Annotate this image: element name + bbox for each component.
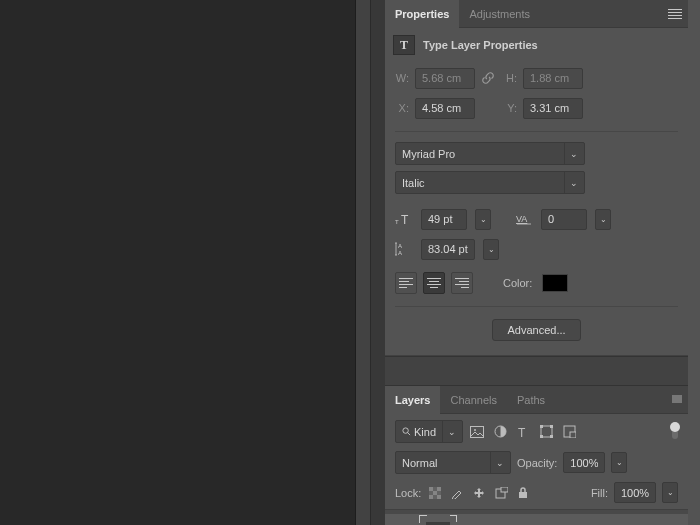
fill-field[interactable] [614,482,656,503]
y-field[interactable] [523,98,583,119]
layers-list: T Beebom [385,510,688,525]
svg-rect-16 [570,432,576,438]
layers-panel: Layers Channels Paths Kind ⌄ T Normal ⌄ … [385,386,688,525]
tracking-icon: VA [515,210,533,228]
svg-text:A: A [398,250,402,256]
filter-shape-icon[interactable] [537,423,555,441]
color-label: Color: [503,277,532,289]
font-size-icon: TT [395,210,413,228]
layer-thumbnail-frame: T [419,515,457,525]
properties-panel: Properties Adjustments T Type Layer Prop… [385,0,688,356]
svg-text:T: T [401,213,409,226]
filter-kind-value: Kind [414,426,436,438]
tab-adjustments[interactable]: Adjustments [459,0,540,28]
svg-rect-22 [437,495,441,499]
chevron-down-icon: ⌄ [490,452,504,473]
opacity-label: Opacity: [517,457,557,469]
font-style-value: Italic [402,177,425,189]
lock-label: Lock: [395,487,421,499]
panel-menu-icon[interactable] [672,395,682,403]
panel-gutter [371,0,385,525]
layer-item[interactable]: T Beebom [385,514,688,525]
svg-text:A: A [398,243,402,249]
type-layer-header: T Type Layer Properties [385,28,688,57]
lock-pixels-icon[interactable] [449,485,465,501]
canvas-area[interactable] [0,0,355,525]
layer-filter-row: Kind ⌄ T [385,414,688,449]
leading-field[interactable] [421,239,475,260]
chevron-down-icon: ⌄ [564,172,578,193]
leading-stepper[interactable]: ⌄ [483,239,499,260]
lock-all-icon[interactable] [515,485,531,501]
filter-toggle[interactable] [672,425,678,439]
filter-kind-select[interactable]: Kind ⌄ [395,420,463,443]
svg-text:T: T [518,426,526,438]
width-label: W: [395,72,409,84]
panel-menu-icon[interactable] [668,9,682,19]
svg-rect-18 [429,487,433,491]
tab-layers[interactable]: Layers [385,386,440,414]
blend-mode-value: Normal [402,457,437,469]
chevron-down-icon: ⌄ [564,143,578,164]
lock-artboard-icon[interactable] [493,485,509,501]
svg-rect-14 [550,435,553,438]
tab-properties[interactable]: Properties [385,0,459,28]
svg-rect-21 [429,495,433,499]
height-label: H: [503,72,517,84]
blend-row: Normal ⌄ Opacity: ⌄ [385,449,688,478]
align-right-button[interactable] [451,272,473,294]
font-family-select[interactable]: Myriad Pro ⌄ [395,142,585,165]
type-icon: T [393,35,415,55]
width-field[interactable] [415,68,475,89]
opacity-field[interactable] [563,452,605,473]
panel-gap [385,356,688,386]
lock-position-icon[interactable] [471,485,487,501]
link-wh-icon[interactable] [481,71,497,85]
blend-mode-select[interactable]: Normal ⌄ [395,451,511,474]
svg-rect-25 [519,492,527,498]
filter-adjustment-icon[interactable] [491,423,509,441]
tab-paths[interactable]: Paths [507,386,555,414]
align-center-button[interactable] [423,272,445,294]
fill-label: Fill: [591,487,608,499]
fill-stepper[interactable]: ⌄ [662,482,678,503]
svg-rect-12 [550,425,553,428]
position-row: X: Y: [395,93,678,123]
filter-type-icon[interactable]: T [514,423,532,441]
filter-smartobject-icon[interactable] [560,423,578,441]
tracking-stepper[interactable]: ⌄ [595,209,611,230]
vertical-scrollbar[interactable] [356,0,371,525]
layers-tab-bar: Layers Channels Paths [385,386,688,414]
type-layer-title: Type Layer Properties [423,39,538,51]
svg-rect-19 [437,487,441,491]
svg-rect-24 [501,487,508,492]
y-label: Y: [503,102,517,114]
svg-text:VA: VA [516,214,527,224]
text-align-group [395,272,473,294]
tracking-field[interactable] [541,209,587,230]
height-field[interactable] [523,68,583,89]
svg-point-7 [474,429,476,431]
svg-text:T: T [395,219,399,225]
font-size-field[interactable] [421,209,467,230]
svg-rect-6 [471,426,484,437]
x-label: X: [395,102,409,114]
font-size-stepper[interactable]: ⌄ [475,209,491,230]
opacity-stepper[interactable]: ⌄ [611,452,627,473]
tab-channels[interactable]: Channels [440,386,506,414]
x-field[interactable] [415,98,475,119]
properties-tab-bar: Properties Adjustments [385,0,688,28]
size-row: W: H: [395,63,678,93]
leading-icon: AA [395,240,413,258]
font-style-select[interactable]: Italic ⌄ [395,171,585,194]
lock-transparency-icon[interactable] [427,485,443,501]
svg-rect-11 [540,425,543,428]
text-color-swatch[interactable] [542,274,568,292]
svg-rect-13 [540,435,543,438]
right-edge [688,0,700,525]
filter-pixel-icon[interactable] [468,423,486,441]
svg-rect-20 [433,491,437,495]
lock-row: Lock: Fill: ⌄ [385,478,688,510]
align-left-button[interactable] [395,272,417,294]
advanced-button[interactable]: Advanced... [492,319,580,341]
